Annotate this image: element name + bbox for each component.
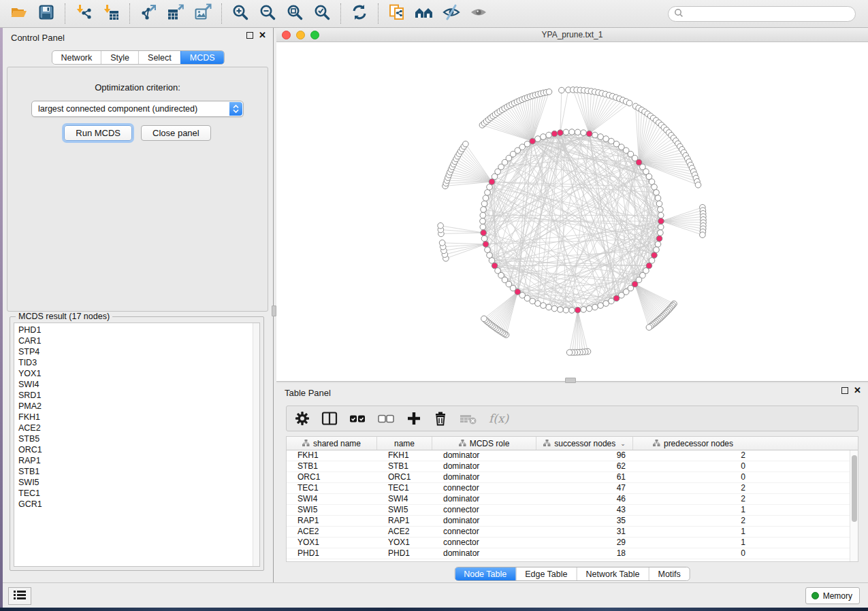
memory-button[interactable]: Memory bbox=[805, 587, 860, 604]
vertical-splitter-handle[interactable] bbox=[272, 306, 276, 316]
table-cell[interactable]: 46 bbox=[536, 494, 633, 504]
table-cell[interactable]: 35 bbox=[536, 516, 633, 526]
mcds-result-item[interactable]: PHD1 bbox=[18, 325, 259, 335]
table-cell[interactable]: 0 bbox=[633, 461, 753, 472]
table-cell[interactable]: YOX1 bbox=[287, 538, 377, 548]
delete-table-icon[interactable] bbox=[460, 411, 477, 426]
import-network-button[interactable] bbox=[70, 2, 97, 25]
tab-edge-table[interactable]: Edge Table bbox=[515, 567, 576, 580]
table-row[interactable]: ACE2ACE2connector311 bbox=[287, 527, 850, 538]
zoom-out-button[interactable] bbox=[254, 2, 281, 25]
table-row[interactable]: STB1STB1dominator620 bbox=[287, 461, 850, 472]
table-cell[interactable]: 2 bbox=[633, 494, 753, 504]
table-cell[interactable]: RAP1 bbox=[377, 516, 432, 526]
table-row[interactable]: RAP1RAP1dominator352 bbox=[287, 516, 850, 527]
table-cell[interactable]: 43 bbox=[536, 505, 633, 515]
tab-select[interactable]: Select bbox=[138, 51, 180, 64]
optimization-criterion-select[interactable]: largest connected component (undirected) bbox=[31, 101, 244, 117]
table-row[interactable]: ORC1ORC1dominator610 bbox=[287, 472, 850, 483]
table-row[interactable]: SWI5SWI5connector431 bbox=[287, 505, 850, 516]
table-cell[interactable]: FKH1 bbox=[287, 450, 377, 461]
table-cell[interactable]: 96 bbox=[536, 450, 633, 461]
save-session-button[interactable] bbox=[33, 2, 60, 25]
mcds-result-item[interactable]: ORC1 bbox=[18, 444, 259, 455]
close-window-button[interactable] bbox=[282, 31, 291, 39]
select-all-icon[interactable] bbox=[349, 411, 366, 426]
mcds-result-item[interactable]: STB1 bbox=[18, 466, 259, 477]
show-all-button[interactable] bbox=[465, 2, 492, 25]
mcds-result-item[interactable]: SWI4 bbox=[18, 379, 259, 390]
hide-selected-button[interactable] bbox=[438, 2, 465, 25]
mcds-result-item[interactable]: FKH1 bbox=[18, 412, 259, 423]
table-cell[interactable]: PHD1 bbox=[377, 548, 432, 559]
table-cell[interactable]: connector bbox=[432, 483, 536, 493]
tab-mcds[interactable]: MCDS bbox=[180, 51, 224, 64]
table-row[interactable]: SWI4SWI4dominator462 bbox=[287, 494, 850, 505]
tab-node-table[interactable]: Node Table bbox=[455, 567, 515, 580]
table-cell[interactable]: SWI5 bbox=[377, 505, 432, 515]
table-row[interactable]: YOX1YOX1connector291 bbox=[287, 538, 850, 548]
mcds-result-item[interactable]: CAR1 bbox=[18, 335, 259, 346]
mcds-result-item[interactable]: ACE2 bbox=[18, 423, 259, 433]
table-cell[interactable]: RAP1 bbox=[287, 516, 377, 526]
table-row[interactable]: FKH1FKH1dominator962 bbox=[287, 450, 850, 461]
table-cell[interactable]: dominator bbox=[432, 494, 536, 504]
mcds-result-item[interactable]: YOX1 bbox=[18, 368, 259, 379]
mcds-result-item[interactable]: SRD1 bbox=[18, 390, 259, 401]
table-cell[interactable]: SWI5 bbox=[287, 505, 377, 515]
table-row[interactable]: TEC1TEC1connector472 bbox=[287, 483, 850, 494]
column-header-name[interactable]: name bbox=[377, 437, 432, 450]
tab-network-table[interactable]: Network Table bbox=[577, 567, 649, 580]
mcds-result-item[interactable]: GCR1 bbox=[18, 499, 259, 510]
column-header-predecessor-nodes[interactable]: predecessor nodes bbox=[633, 437, 753, 450]
table-cell[interactable]: TEC1 bbox=[287, 483, 377, 493]
deselect-all-icon[interactable] bbox=[378, 411, 395, 426]
zoom-window-button[interactable] bbox=[310, 31, 319, 39]
table-cell[interactable]: 47 bbox=[536, 483, 633, 493]
table-cell[interactable]: 2 bbox=[633, 516, 753, 526]
table-scrollbar[interactable] bbox=[850, 450, 858, 561]
table-cell[interactable]: TEC1 bbox=[377, 483, 432, 493]
minimize-window-button[interactable] bbox=[296, 31, 305, 39]
table-cell[interactable]: dominator bbox=[432, 548, 536, 559]
refresh-button[interactable] bbox=[346, 2, 373, 25]
zoom-in-button[interactable] bbox=[227, 2, 254, 25]
mcds-result-item[interactable]: TEC1 bbox=[18, 488, 259, 499]
close-panel-icon[interactable]: ✕ bbox=[854, 387, 861, 394]
search-field[interactable] bbox=[668, 6, 856, 22]
column-header-successor-nodes[interactable]: successor nodes⌄ bbox=[536, 437, 633, 450]
table-cell[interactable]: STB1 bbox=[377, 461, 432, 472]
mcds-result-list[interactable]: PHD1CAR1STP4TID3YOX1SWI4SRD1PMA2FKH1ACE2… bbox=[14, 323, 260, 567]
float-panel-icon[interactable] bbox=[841, 387, 848, 394]
zoom-selected-button[interactable] bbox=[308, 2, 336, 25]
table-cell[interactable]: ACE2 bbox=[377, 527, 432, 537]
delete-column-icon[interactable] bbox=[433, 411, 448, 426]
close-panel-button[interactable]: Close panel bbox=[141, 125, 211, 141]
column-header-MCDS-role[interactable]: MCDS role bbox=[432, 437, 536, 450]
task-history-button[interactable] bbox=[8, 587, 31, 605]
mcds-result-item[interactable]: PMA2 bbox=[18, 401, 259, 412]
mcds-result-item[interactable]: TID3 bbox=[18, 357, 259, 368]
network-window-titlebar[interactable]: YPA_prune.txt_1 bbox=[276, 28, 868, 42]
table-cell[interactable]: SWI4 bbox=[287, 494, 377, 504]
mcds-result-item[interactable]: SWI5 bbox=[18, 477, 259, 488]
table-scrollbar-thumb[interactable] bbox=[852, 455, 857, 522]
table-cell[interactable]: ORC1 bbox=[287, 472, 377, 482]
run-mcds-button[interactable]: Run MCDS bbox=[64, 125, 132, 141]
tab-motifs[interactable]: Motifs bbox=[648, 567, 689, 580]
table-cell[interactable]: YOX1 bbox=[377, 538, 432, 548]
table-cell[interactable]: dominator bbox=[432, 450, 536, 461]
mcds-result-item[interactable]: RAP1 bbox=[18, 455, 259, 466]
column-header-shared-name[interactable]: shared name bbox=[287, 437, 377, 450]
table-cell[interactable]: connector bbox=[432, 527, 536, 537]
table-cell[interactable]: dominator bbox=[432, 461, 536, 472]
table-cell[interactable]: 1 bbox=[633, 538, 753, 548]
export-table-button[interactable] bbox=[162, 2, 189, 25]
table-cell[interactable]: dominator bbox=[432, 472, 536, 482]
export-network-button[interactable] bbox=[135, 2, 162, 25]
table-cell[interactable]: FKH1 bbox=[377, 450, 432, 461]
mcds-result-item[interactable]: STB5 bbox=[18, 433, 259, 444]
import-table-button[interactable] bbox=[97, 2, 125, 25]
table-cell[interactable]: 31 bbox=[536, 527, 633, 537]
table-cell[interactable]: 1 bbox=[633, 527, 753, 537]
